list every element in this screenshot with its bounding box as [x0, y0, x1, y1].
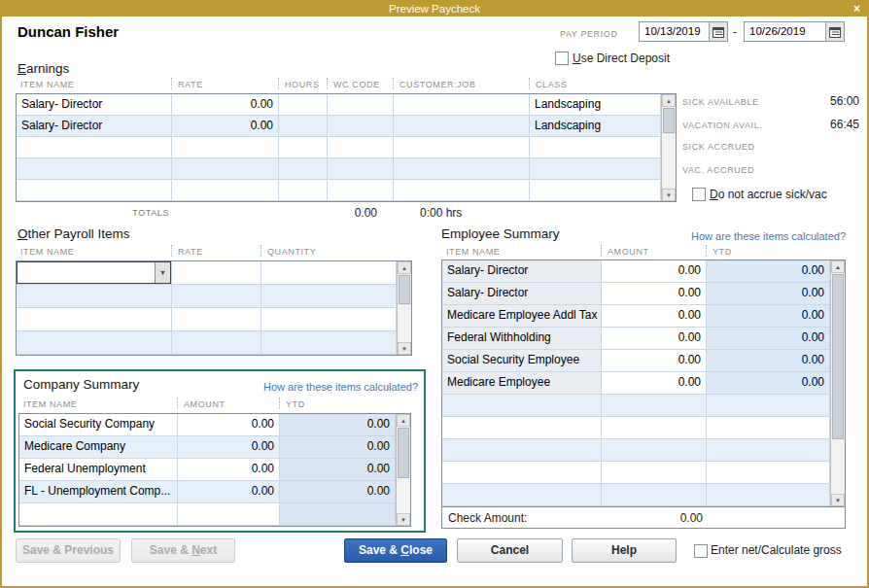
- empty-cell[interactable]: [328, 158, 394, 180]
- empty-cell[interactable]: [394, 180, 530, 201]
- earnings-item-cell[interactable]: Salary- Director: [17, 94, 172, 116]
- column-header: RATE: [171, 245, 261, 257]
- cancel-button[interactable]: Cancel: [457, 538, 563, 563]
- empty-cell[interactable]: [17, 308, 172, 331]
- calendar-icon[interactable]: [825, 22, 844, 41]
- scroll-down-icon[interactable]: ▼: [397, 513, 410, 526]
- empty-cell[interactable]: [261, 331, 397, 355]
- empty-cell[interactable]: [279, 158, 328, 180]
- empty-cell[interactable]: [394, 137, 530, 158]
- scroll-track[interactable]: [662, 107, 676, 189]
- pay-period-start-value: 10/13/2019: [640, 22, 709, 41]
- company-summary-help-link[interactable]: How are these items calculated?: [263, 381, 418, 393]
- empty-cell[interactable]: [279, 180, 328, 201]
- chevron-down-icon[interactable]: ▼: [155, 262, 170, 283]
- empty-cell[interactable]: [261, 308, 397, 331]
- summary-amount-cell[interactable]: 0.00: [178, 436, 280, 459]
- use-direct-deposit-checkbox[interactable]: [555, 52, 569, 65]
- empty-cell[interactable]: [530, 180, 661, 201]
- table-row: Medicare Employee 0.00 0.00: [442, 372, 830, 395]
- pay-period-end-value: 10/26/2019: [745, 22, 825, 41]
- help-button[interactable]: Help: [572, 538, 677, 563]
- scroll-thumb[interactable]: [398, 428, 409, 478]
- empty-cell[interactable]: [172, 308, 261, 331]
- enter-net-checkbox[interactable]: [694, 544, 708, 558]
- summary-amount-cell[interactable]: 0.00: [178, 414, 280, 436]
- empty-cell[interactable]: [530, 158, 661, 180]
- scroll-down-icon[interactable]: ▼: [398, 342, 411, 355]
- earnings-wccode-cell[interactable]: [328, 116, 394, 137]
- earnings-item-cell[interactable]: Salary- Director: [17, 116, 172, 137]
- scroll-down-icon[interactable]: ▼: [662, 189, 676, 201]
- summary-amount-cell[interactable]: 0.00: [602, 350, 707, 372]
- do-not-accrue-checkbox[interactable]: [692, 188, 706, 201]
- other-payroll-items-title: Other Payroll Items: [17, 226, 130, 241]
- table-row: [17, 158, 661, 180]
- scroll-down-icon[interactable]: ▼: [831, 494, 845, 506]
- summary-ytd-cell: 0.00: [707, 372, 830, 395]
- empty-cell[interactable]: [261, 285, 397, 308]
- scroll-thumb[interactable]: [663, 108, 675, 133]
- empty-cell[interactable]: [530, 137, 661, 158]
- other-item-combobox[interactable]: ▼: [17, 261, 171, 284]
- scroll-up-icon[interactable]: ▲: [398, 261, 411, 274]
- empty-cell[interactable]: [17, 137, 172, 158]
- close-icon[interactable]: ×: [853, 2, 860, 17]
- empty-cell[interactable]: [172, 137, 279, 158]
- scroll-track[interactable]: [397, 427, 410, 513]
- scroll-track[interactable]: [831, 273, 845, 494]
- summary-item-cell: Medicare Employee Addl Tax: [442, 305, 602, 328]
- empty-cell[interactable]: [394, 158, 530, 180]
- empty-cell[interactable]: [328, 137, 394, 158]
- earnings-class-cell[interactable]: Landscaping: [530, 116, 661, 137]
- scroll-thumb[interactable]: [832, 274, 844, 439]
- empty-cell[interactable]: [172, 285, 261, 308]
- empty-cell[interactable]: [172, 331, 261, 355]
- pay-period-start-field[interactable]: 10/13/2019: [639, 21, 728, 42]
- other-item-rate-cell[interactable]: [172, 261, 261, 285]
- empty-cell[interactable]: [17, 180, 172, 201]
- earnings-hours-cell[interactable]: [279, 116, 328, 137]
- earnings-hours-cell[interactable]: [279, 94, 328, 116]
- summary-amount-cell[interactable]: 0.00: [602, 328, 707, 350]
- scroll-up-icon[interactable]: ▲: [397, 414, 410, 427]
- summary-amount-cell[interactable]: 0.00: [178, 459, 280, 481]
- other-item-quantity-cell[interactable]: [261, 261, 397, 285]
- pay-period-end-field[interactable]: 10/26/2019: [744, 21, 845, 42]
- earnings-customerjob-cell[interactable]: [394, 116, 530, 137]
- scroll-up-icon[interactable]: ▲: [831, 260, 845, 273]
- empty-cell[interactable]: [17, 331, 172, 355]
- earnings-class-cell[interactable]: Landscaping: [530, 94, 661, 116]
- company-summary-scrollbar[interactable]: ▲ ▼: [396, 414, 410, 526]
- save-close-button[interactable]: Save & Close: [344, 538, 447, 563]
- earnings-wccode-cell[interactable]: [328, 94, 394, 116]
- earnings-rate-cell[interactable]: 0.00: [172, 94, 279, 116]
- earnings-scrollbar[interactable]: ▲ ▼: [661, 94, 676, 201]
- calendar-icon[interactable]: [709, 22, 727, 41]
- empty-cell[interactable]: [17, 158, 172, 180]
- employee-summary-scrollbar[interactable]: ▲ ▼: [830, 260, 845, 506]
- earnings-customerjob-cell[interactable]: [394, 94, 530, 116]
- scroll-up-icon[interactable]: ▲: [662, 94, 676, 107]
- save-next-button[interactable]: Save & Next: [131, 538, 235, 563]
- save-previous-button[interactable]: Save & Previous: [16, 538, 121, 563]
- empty-cell: [707, 439, 830, 462]
- scroll-track[interactable]: [398, 274, 411, 342]
- summary-amount-cell[interactable]: 0.00: [178, 481, 280, 503]
- title-bar[interactable]: Preview Paycheck ×: [2, 2, 867, 17]
- scroll-thumb[interactable]: [399, 275, 410, 304]
- summary-amount-cell[interactable]: 0.00: [602, 305, 707, 328]
- summary-amount-cell[interactable]: 0.00: [602, 372, 707, 395]
- summary-amount-cell[interactable]: 0.00: [602, 283, 707, 305]
- empty-cell[interactable]: [328, 180, 394, 201]
- employee-summary-help-link[interactable]: How are these items calculated?: [624, 230, 846, 242]
- empty-cell[interactable]: [17, 285, 172, 308]
- other-items-scrollbar[interactable]: ▲ ▼: [397, 261, 411, 355]
- table-row: [17, 180, 661, 201]
- empty-cell[interactable]: [279, 137, 328, 158]
- empty-cell[interactable]: [172, 180, 279, 201]
- earnings-rate-cell[interactable]: 0.00: [172, 116, 279, 137]
- column-header: ITEM NAME: [18, 398, 177, 409]
- empty-cell[interactable]: [172, 158, 279, 180]
- summary-amount-cell[interactable]: 0.00: [602, 260, 707, 283]
